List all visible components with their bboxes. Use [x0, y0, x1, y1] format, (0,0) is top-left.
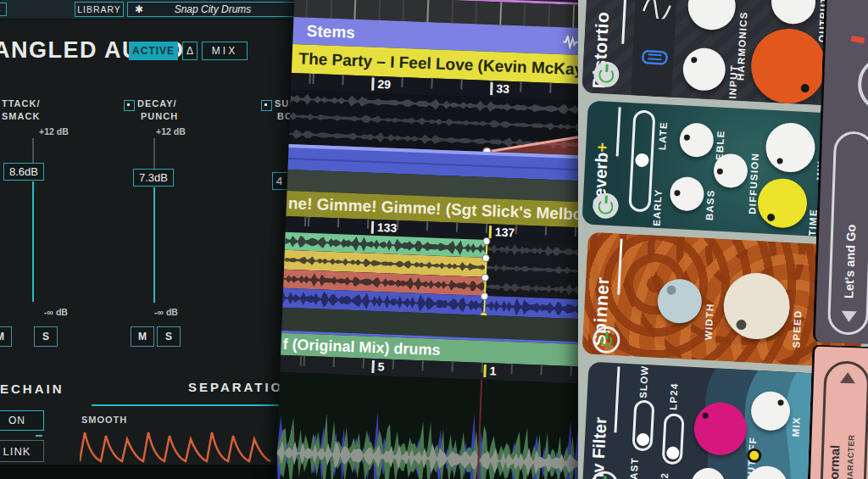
active-button[interactable]: ACTIVE: [129, 42, 178, 60]
col3-mod-icon[interactable]: [261, 100, 272, 111]
knob-indicator: [777, 399, 783, 405]
width-label: WIDTH: [704, 284, 716, 341]
lp24-label: LP24: [668, 378, 680, 411]
ruler2-num-137: 137: [489, 226, 515, 239]
col2-value-box[interactable]: 7.3dB: [133, 169, 174, 187]
title-underline: [616, 107, 621, 156]
fast-slow-toggle[interactable]: [632, 399, 654, 451]
col2-mod-icon[interactable]: [124, 100, 135, 111]
preset-name: Snap City Drums: [175, 3, 252, 15]
output-knob[interactable]: [771, 0, 817, 25]
knob-indicator: [776, 158, 782, 164]
col2-label-2: PUNCH: [141, 111, 178, 121]
col2-solo-button[interactable]: S: [157, 326, 181, 347]
left-plugin-topbar: B LIBRARY ✱ Snap City Drums: [0, 0, 305, 20]
ruler1-num-33: 33: [490, 82, 509, 96]
knob-indicator: [717, 169, 723, 175]
speed-knob[interactable]: [722, 271, 792, 341]
time-knob[interactable]: [757, 177, 809, 229]
tube-icon[interactable]: [639, 48, 670, 69]
knob-indicator: [684, 134, 690, 140]
ruler2-num-133: 133: [371, 221, 398, 235]
col2-min: -∞ dB: [154, 307, 178, 317]
knob-indicator: [674, 190, 680, 196]
character-pill[interactable]: Normal CHARACTER: [820, 360, 868, 479]
knob-indicator: [666, 285, 676, 295]
knob-indicator: [736, 320, 747, 331]
reverb-mix-knob[interactable]: [765, 122, 816, 174]
waveshape-icon[interactable]: [642, 0, 674, 19]
mix-button[interactable]: MIX: [202, 42, 248, 60]
col2-slider-track[interactable]: [153, 187, 155, 303]
col1-label-1: TTACK/: [2, 98, 41, 109]
speed-label: SPEED: [791, 295, 804, 348]
col1-solo-button[interactable]: S: [34, 326, 58, 347]
knob-indicator: [767, 214, 775, 221]
col1-min: -∞ dB: [44, 307, 68, 317]
character-label: CHARACTER: [845, 396, 858, 479]
treble-knob[interactable]: [679, 122, 715, 158]
col1-label-2: SMACK: [2, 111, 40, 121]
fast-label: FAST: [628, 454, 640, 479]
input-label: INPUT: [727, 51, 740, 99]
character-card: Normal CHARACTER: [806, 345, 868, 479]
bass-knob[interactable]: [669, 176, 704, 212]
card-knob-arc[interactable]: [857, 55, 868, 113]
col2-mute-button[interactable]: M: [131, 326, 154, 347]
early-late-slider[interactable]: [628, 109, 655, 212]
slow-label: SLOW: [638, 366, 650, 399]
toggle-ball: [637, 433, 650, 447]
lp12-label: LP12: [658, 467, 670, 479]
late-label: LATE: [657, 106, 670, 151]
knob-indicator: [801, 84, 810, 93]
title-underline: [621, 0, 628, 44]
link-tick: [36, 435, 42, 437]
left-bottom-strip: [0, 465, 305, 479]
width-knob[interactable]: [657, 278, 704, 325]
reverb-power-button[interactable]: [593, 192, 620, 220]
separation-divider: [92, 404, 300, 406]
knob-indicator: [691, 57, 697, 63]
stage: B LIBRARY ✱ Snap City Drums ANGLED AUDIO…: [0, 0, 868, 479]
sidechain-label: ECHAIN: [0, 382, 64, 396]
bass-label: BASS: [704, 176, 717, 221]
preset-selector[interactable]: ✱ Snap City Drums: [127, 2, 298, 17]
ruler3-num-1: 1: [483, 365, 496, 378]
col1-max: +12 dB: [39, 126, 69, 136]
input-knob[interactable]: [682, 47, 727, 92]
preset-asterisk-icon: ✱: [135, 3, 143, 15]
col1-slider-track[interactable]: [32, 181, 34, 302]
spinner-power-button[interactable]: [593, 326, 621, 354]
harmonics-knob[interactable]: [687, 0, 737, 31]
envfilter-mix-label: MIX: [790, 399, 802, 437]
lp12-lp24-toggle[interactable]: [662, 413, 685, 465]
col2-label-1: DECAY/: [137, 98, 177, 109]
library-button[interactable]: LIBRARY: [75, 2, 124, 17]
diffusion-knob[interactable]: [713, 153, 748, 188]
early-label: EARLY: [651, 179, 664, 227]
drive-knob[interactable]: [749, 27, 827, 105]
left-plugin-panel: B LIBRARY ✱ Snap City Drums ANGLED AUDIO…: [0, 0, 305, 479]
lets-go-label: Let's and Go: [842, 154, 860, 298]
toggle-ball: [666, 446, 680, 460]
down-arrow-icon[interactable]: [841, 311, 856, 323]
ruler1-num-29: 29: [371, 78, 391, 92]
reverb-plus: +: [593, 142, 612, 153]
col1-slider-track-top: [32, 138, 34, 164]
link-button[interactable]: LINK: [0, 440, 44, 462]
col1-value-box[interactable]: 8.6dB: [3, 163, 44, 181]
smooth-waveform: [80, 422, 273, 466]
col2-slider-track-top: [153, 138, 155, 170]
character-value: Normal: [826, 395, 844, 479]
distortion-power-button[interactable]: [593, 61, 620, 88]
ruler3-num-5: 5: [371, 360, 384, 374]
sidechain-on-button[interactable]: ON: [0, 410, 44, 431]
col1-mute-button[interactable]: M: [0, 326, 12, 347]
up-arrow-icon[interactable]: [840, 372, 855, 384]
delta-button[interactable]: Δ: [182, 42, 198, 60]
lets-go-pill[interactable]: Let's and Go: [827, 131, 868, 336]
knob-indicator: [702, 413, 708, 419]
col2-max: +12 dB: [156, 126, 186, 136]
slider-ball: [635, 153, 649, 167]
topbar-edge-button[interactable]: B: [0, 3, 7, 16]
